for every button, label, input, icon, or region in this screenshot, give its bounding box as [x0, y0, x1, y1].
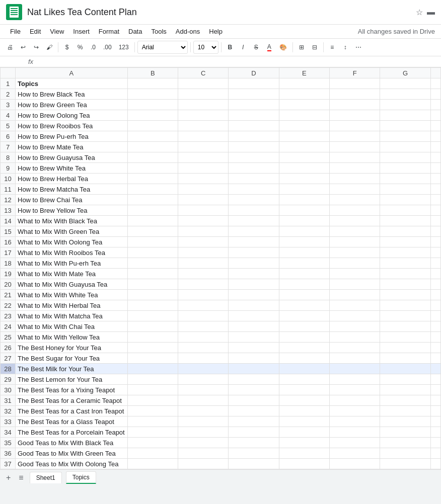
cell-4-e[interactable] [279, 110, 329, 121]
menu-tools[interactable]: Tools [147, 26, 170, 37]
cell-26-b[interactable] [127, 343, 178, 353]
cell-17-d[interactable] [229, 247, 279, 258]
cell-14-b[interactable] [127, 216, 178, 226]
cell-33-g[interactable] [380, 416, 430, 427]
cell-19-c[interactable] [178, 269, 228, 279]
col-header-b[interactable]: B [127, 68, 178, 78]
cell-30-c[interactable] [178, 385, 228, 395]
col-header-g[interactable]: G [380, 68, 430, 78]
cell-14-c[interactable] [178, 216, 228, 226]
cell-13-f[interactable] [330, 205, 380, 216]
cell-37-a[interactable]: Good Teas to Mix With Oolong Tea [16, 459, 128, 469]
cell-35-f[interactable] [330, 438, 380, 448]
cell-7-a[interactable]: How to Brew Mate Tea [16, 142, 128, 152]
cell-33-f[interactable] [330, 416, 380, 427]
cell-29-d[interactable] [229, 374, 279, 385]
cell-28-g[interactable] [380, 364, 430, 374]
cell-28-e[interactable] [279, 364, 329, 374]
cell-27-c[interactable] [178, 353, 228, 364]
print-button[interactable]: 🖨 [4, 41, 16, 54]
cell-27-b[interactable] [127, 353, 178, 364]
cell-20-a[interactable]: What to Mix With Guayusa Tea [16, 279, 128, 290]
cell-13-g[interactable] [380, 205, 430, 216]
cell-27-a[interactable]: The Best Sugar for Your Tea [16, 353, 128, 364]
cell-6-c[interactable] [178, 131, 228, 142]
row-number[interactable]: 15 [1, 226, 16, 237]
cell-9-d[interactable] [229, 163, 279, 174]
cell-10-f[interactable] [330, 174, 380, 184]
row-number[interactable]: 37 [1, 459, 16, 469]
cell-9-f[interactable] [330, 163, 380, 174]
cell-4-a[interactable]: How to Brew Oolong Tea [16, 110, 128, 121]
currency-button[interactable]: $ [61, 41, 73, 54]
cell-4-c[interactable] [178, 110, 228, 121]
cell-11-f[interactable] [330, 184, 380, 195]
cell-10-d[interactable] [229, 174, 279, 184]
row-number[interactable]: 2 [1, 89, 16, 100]
cell-9-c[interactable] [178, 163, 228, 174]
cell-35-g[interactable] [380, 438, 430, 448]
cell-6-d[interactable] [229, 131, 279, 142]
cell-5-d[interactable] [229, 121, 279, 131]
cell-8-c[interactable] [178, 152, 228, 163]
cell-35-d[interactable] [229, 438, 279, 448]
cell-30-g[interactable] [380, 385, 430, 395]
bold-button[interactable]: B [224, 41, 236, 54]
cell-9-g[interactable] [380, 163, 430, 174]
align-button[interactable]: ≡ [326, 41, 338, 54]
cell-19-g[interactable] [380, 269, 430, 279]
cell-29-e[interactable] [279, 374, 329, 385]
cell-9-a[interactable]: How to Brew White Tea [16, 163, 128, 174]
cell-12-d[interactable] [229, 195, 279, 205]
cell-31-c[interactable] [178, 395, 228, 406]
cell-33-d[interactable] [229, 416, 279, 427]
sheet-tab-sheet1[interactable]: Sheet1 [30, 472, 62, 483]
row-number[interactable]: 18 [1, 258, 16, 269]
cell-21-d[interactable] [229, 290, 279, 300]
cell-1-c[interactable] [178, 78, 228, 89]
row-number[interactable]: 11 [1, 184, 16, 195]
sheet-menu-button[interactable]: ≡ [17, 472, 25, 483]
cell-35-c[interactable] [178, 438, 228, 448]
cell-37-b[interactable] [127, 459, 178, 469]
cell-22-a[interactable]: What to Mix With Herbal Tea [16, 300, 128, 311]
cell-34-b[interactable] [127, 427, 178, 438]
font-color-button[interactable]: A [263, 41, 275, 54]
menu-file[interactable]: File [6, 26, 25, 37]
cell-6-e[interactable] [279, 131, 329, 142]
cell-23-d[interactable] [229, 311, 279, 321]
menu-view[interactable]: View [46, 26, 68, 37]
cell-15-a[interactable]: What to Mix With Green Tea [16, 226, 128, 237]
row-number[interactable]: 24 [1, 321, 16, 332]
cell-22-f[interactable] [330, 300, 380, 311]
row-number[interactable]: 3 [1, 100, 16, 110]
cell-4-d[interactable] [229, 110, 279, 121]
cell-5-g[interactable] [380, 121, 430, 131]
cell-34-e[interactable] [279, 427, 329, 438]
row-number[interactable]: 8 [1, 152, 16, 163]
cell-3-f[interactable] [330, 100, 380, 110]
cell-14-g[interactable] [380, 216, 430, 226]
cell-3-g[interactable] [380, 100, 430, 110]
row-number[interactable]: 31 [1, 395, 16, 406]
cell-31-d[interactable] [229, 395, 279, 406]
italic-button[interactable]: I [237, 41, 249, 54]
cell-22-b[interactable] [127, 300, 178, 311]
cell-32-d[interactable] [229, 406, 279, 416]
row-number[interactable]: 12 [1, 195, 16, 205]
col-header-a[interactable]: A [16, 68, 128, 78]
cell-21-b[interactable] [127, 290, 178, 300]
cell-24-g[interactable] [380, 321, 430, 332]
cell-15-b[interactable] [127, 226, 178, 237]
cell-29-f[interactable] [330, 374, 380, 385]
cell-13-c[interactable] [178, 205, 228, 216]
cell-25-f[interactable] [330, 332, 380, 343]
row-number[interactable]: 6 [1, 131, 16, 142]
cell-35-e[interactable] [279, 438, 329, 448]
cell-34-f[interactable] [330, 427, 380, 438]
cell-29-c[interactable] [178, 374, 228, 385]
cell-22-d[interactable] [229, 300, 279, 311]
cell-28-a[interactable]: The Best Milk for Your Tea [16, 364, 128, 374]
cell-30-f[interactable] [330, 385, 380, 395]
cell-24-c[interactable] [178, 321, 228, 332]
